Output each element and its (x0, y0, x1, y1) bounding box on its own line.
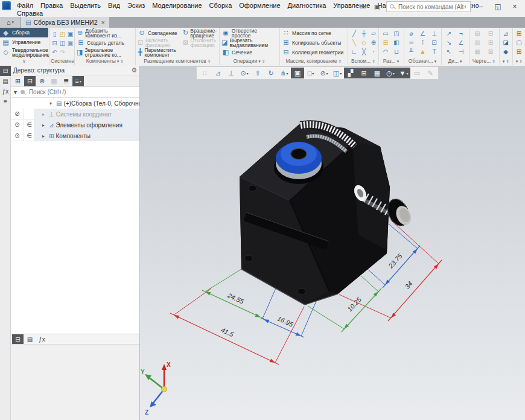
aux-axis-icon[interactable]: ╲ (349, 38, 359, 47)
tree-row-design-elements[interactable]: ⊙ ∈ ▸ ⊿ Элементы оформления (11, 119, 139, 130)
dropdown-caret-icon[interactable]: ▾ (312, 71, 314, 75)
dropdown-caret-icon[interactable]: ▾ (393, 71, 395, 75)
annot-base-icon[interactable]: ╨ (406, 47, 417, 56)
annot-tolerance-icon[interactable]: ⊡ (428, 38, 440, 47)
expand-open-icon[interactable]: ▾ (49, 101, 54, 106)
aux-point-icon[interactable]: ┼ (359, 29, 369, 38)
menu-item-5[interactable]: Моделирование (148, 1, 205, 10)
tree-layers-view-icon[interactable]: ≣ (60, 76, 72, 86)
aux-line-icon[interactable]: ╱ (349, 29, 359, 38)
tree-row-components[interactable]: ⊙ ∈ ▸ ⊞ Компоненты (11, 130, 139, 141)
add-component-button[interactable]: ⊕ Добавить компонент из... (77, 28, 133, 37)
zoom-icon[interactable]: ⊙▾ (238, 68, 251, 78)
panel-variables-icon[interactable]: ƒx (0, 86, 11, 97)
menu-item-0[interactable]: Справка (13, 10, 46, 17)
visibility-on-icon[interactable]: ⊙ (11, 119, 24, 130)
layout-region-icon[interactable]: ◳ (391, 29, 402, 38)
dropdown-caret-icon[interactable]: ▾ (340, 71, 342, 75)
cut-extrude-button[interactable]: ◪ Вырезать выдавливанием (221, 38, 277, 47)
dim-radial-icon[interactable]: ↘ (443, 38, 455, 47)
projection-mode-icon[interactable]: ◫▾ (331, 68, 344, 78)
screens-icon[interactable]: ▣ (372, 3, 383, 11)
tab-close-icon[interactable]: × (101, 19, 105, 26)
geometry-collection-button[interactable]: ⊟ Коллекция геометрии (282, 48, 346, 57)
viewport[interactable]: ∷⊿⊥⊙▾⇧↻⋔▾▣□▾⊘▾◫▾▞⊞▦◷▾▼▾▭✎ (140, 66, 525, 420)
dim-ordinate-icon[interactable]: ⊣ (455, 47, 467, 56)
aux-local-cs-icon[interactable]: ◇ (359, 38, 369, 47)
print-icon[interactable]: ⊟ (51, 39, 59, 48)
dim-angular-icon[interactable]: ∠ (455, 38, 467, 47)
aux-plane-icon[interactable]: ▱ (369, 29, 378, 38)
rotate-view-icon[interactable]: ↻ (264, 68, 278, 78)
measure-icon[interactable]: ◷▾ (384, 68, 397, 78)
visibility-on-icon[interactable]: ⊙ (11, 130, 24, 141)
aux-control-point-icon[interactable]: ⊕ (369, 38, 378, 47)
tab-parameters-icon[interactable]: ▤ (24, 334, 36, 344)
tab-tree-icon[interactable]: ⊟ (12, 334, 24, 344)
dim-linear-icon[interactable]: ↗ (443, 29, 455, 38)
aux-dot-icon[interactable]: · (369, 47, 378, 56)
ribbon-collapse-chevron[interactable]: ∨ (0, 57, 48, 65)
dropdown-caret-icon[interactable]: ▾ (80, 79, 81, 83)
layout-plate-icon[interactable]: ▭ (380, 29, 391, 38)
restore-button[interactable]: ◱ (491, 2, 504, 11)
viewport-canvas[interactable]: 24.55 16.95 41.5 10.25 23.75 34 (140, 66, 525, 420)
menu-item-3[interactable]: Вид (104, 1, 124, 10)
mode-solid-modeling[interactable]: ◇ Твердотельное моделирование (0, 47, 48, 57)
expand-closed-icon[interactable]: ▸ (42, 122, 47, 128)
command-search[interactable] (386, 1, 471, 12)
menu-item-0[interactable]: Файл (13, 1, 37, 10)
tree-composition-view-icon[interactable]: ⊟ (24, 76, 36, 86)
section-button[interactable]: ◧ Сечение (221, 48, 277, 57)
document-tab[interactable]: ▤ Сборка БЕЗ ИМЕНИ2 × (21, 17, 109, 28)
move-component-button[interactable]: ╋ Переместить компонент (138, 48, 180, 57)
tab-variables-icon[interactable]: ƒx (36, 334, 48, 344)
dim-leader-icon[interactable]: ¬ (455, 29, 467, 38)
coordinate-corner-icon[interactable]: ⊿ (211, 68, 224, 78)
orientation-triad-icon[interactable]: ⋔▾ (278, 68, 291, 78)
hidden-lines-icon[interactable]: ⊘▾ (317, 68, 331, 78)
menu-item-8[interactable]: Диагностика (284, 1, 330, 10)
filter-icon[interactable]: ▼▾ (397, 68, 410, 78)
annot-mark-icon[interactable]: ▲ (417, 47, 428, 56)
visibility-off-icon[interactable]: ⊘ (11, 109, 24, 119)
annot-angle-icon[interactable]: ∠ (417, 29, 428, 38)
menu-item-1[interactable]: Правка (37, 1, 66, 10)
membership-icon[interactable]: ∈ (24, 119, 35, 130)
print-preview-icon[interactable]: ◫ (59, 39, 66, 48)
tree-structure-view-icon[interactable]: ⊞ (12, 76, 24, 86)
dropdown-caret-icon[interactable]: ▾ (326, 71, 328, 75)
save-as-icon[interactable]: ▣ (66, 39, 74, 48)
membership-icon[interactable]: ∈ (24, 130, 35, 141)
shaded-display-icon[interactable]: ▣ (291, 68, 304, 78)
orientation-icon[interactable]: ⇧ (251, 68, 264, 78)
panel-menu-icon[interactable]: ≡ (0, 97, 11, 107)
section-display-icon[interactable]: ▞ (344, 68, 357, 78)
mirror-component-button[interactable]: ◨ Зеркальное отражение ко... (77, 48, 133, 57)
command-search-input[interactable] (397, 3, 467, 11)
add-body-icon[interactable]: ⊞ (514, 47, 524, 56)
aux-spiral-icon[interactable]: ∟ (349, 47, 359, 56)
layout-slot-icon[interactable]: ⊔ (391, 47, 402, 56)
create-part-button[interactable]: ⊞ Создать деталь (77, 38, 133, 47)
operator-view-icon[interactable]: ⊥ (224, 68, 238, 78)
undo-icon[interactable]: ↶ (51, 48, 59, 57)
add-feature-icon[interactable]: ⊞ (514, 29, 524, 38)
tree-search[interactable]: ▼ (11, 87, 139, 98)
new-document-icon[interactable]: ▯ (51, 30, 59, 39)
layout-rib-icon[interactable]: ◧ (391, 38, 402, 47)
menu-item-4[interactable]: Эскиз (124, 1, 148, 10)
home-button[interactable]: ⌂ ▾ (0, 17, 21, 28)
menu-item-2[interactable]: Выделить (66, 1, 104, 10)
tree-display-options-icon[interactable]: ≡▾ (72, 76, 84, 86)
solid-feature-icon[interactable]: ⊿ (500, 29, 511, 38)
mode-management[interactable]: ▤ Управление (0, 37, 48, 47)
layout-arc-icon[interactable]: ◠ (380, 47, 391, 56)
toolbar-grip-icon[interactable]: ∷ (198, 68, 211, 78)
expand-closed-icon[interactable]: ▸ (42, 112, 47, 117)
app-logo-icon[interactable] (2, 1, 11, 10)
dropdown-caret-icon[interactable]: ▾ (247, 71, 249, 75)
save-icon[interactable]: ▣ (66, 30, 74, 39)
filter-icon[interactable]: ▼ (13, 89, 18, 95)
open-document-icon[interactable]: ◰ (59, 30, 66, 39)
